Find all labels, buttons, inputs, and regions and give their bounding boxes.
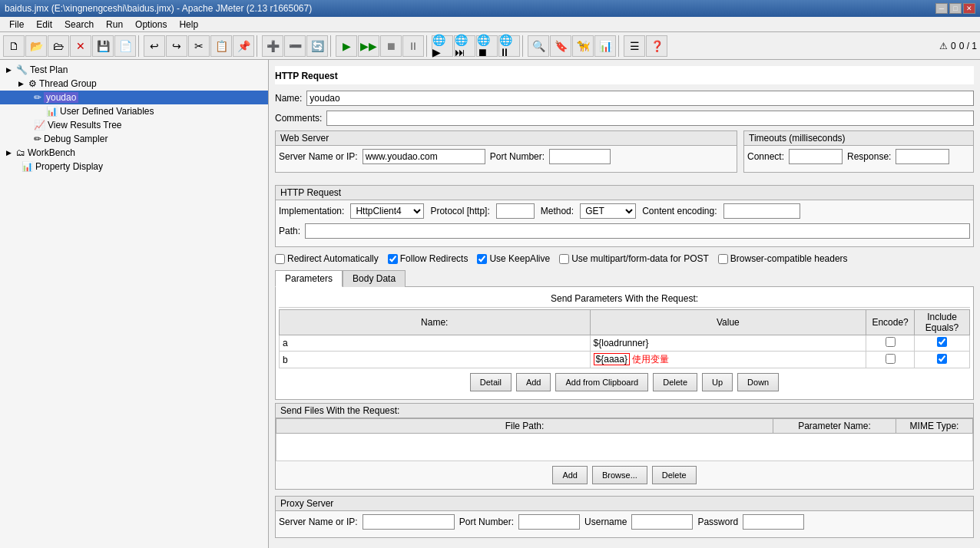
tb-expand[interactable]: ➕ — [262, 35, 283, 57]
tree-item-thread-group[interactable]: ▶ ⚙ Thread Group — [0, 77, 268, 91]
menu-bar: File Edit Search Run Options Help — [0, 17, 980, 32]
checkboxes-row: Redirect Automatically Follow Redirects … — [275, 253, 974, 264]
tb-list[interactable]: ☰ — [624, 35, 645, 57]
tb-run2[interactable]: ▶▶ — [358, 35, 379, 57]
row2-include-cb[interactable] — [937, 354, 947, 364]
annotation-text: 使用变量 — [632, 354, 669, 365]
tree-item-test-plan[interactable]: ▶ 🔧 Test Plan — [0, 63, 268, 77]
name-row: Name: — [275, 91, 974, 106]
tree-item-user-defined[interactable]: 📊 User Defined Variables — [0, 104, 268, 118]
tb-stop2[interactable]: ⏹ — [380, 35, 402, 57]
tab-content-parameters: Send Parameters With the Request: Name: … — [275, 286, 974, 400]
up-button[interactable]: Up — [702, 373, 733, 391]
files-delete-button[interactable]: Delete — [652, 466, 697, 484]
tb-open[interactable]: 📂 — [25, 35, 47, 57]
redirect-auto-checkbox[interactable] — [275, 254, 285, 264]
tb-help1[interactable]: 🔍 — [528, 35, 549, 57]
menu-help[interactable]: Help — [173, 17, 204, 31]
tb-remote-start2[interactable]: 🌐⏭ — [454, 35, 475, 57]
response-input[interactable] — [896, 149, 949, 164]
tb-toggle[interactable]: 🔄 — [306, 35, 328, 57]
tree-item-debug-sampler[interactable]: ✏ Debug Sampler — [0, 132, 268, 146]
proxy-password-input[interactable] — [743, 514, 804, 530]
proxy-port-input[interactable] — [518, 514, 580, 530]
tb-tree[interactable]: 📊 — [594, 35, 616, 57]
port-input[interactable] — [549, 149, 611, 164]
tb-new[interactable]: 🗋 — [3, 35, 25, 57]
menu-options[interactable]: Options — [129, 17, 173, 31]
name-input[interactable] — [306, 91, 974, 106]
follow-redirects-checkbox-label[interactable]: Follow Redirects — [388, 253, 468, 264]
workbench-icon: 🗂 — [16, 147, 25, 158]
menu-search[interactable]: Search — [58, 17, 100, 31]
tb-close[interactable]: 🗁 — [48, 35, 69, 57]
tb-save[interactable]: 💾 — [92, 35, 114, 57]
tb-stop3[interactable]: ⏸ — [402, 35, 424, 57]
multipart-checkbox-label[interactable]: Use multipart/form-data for POST — [559, 253, 709, 264]
maximize-button[interactable]: □ — [949, 3, 962, 14]
connect-input[interactable] — [789, 149, 843, 164]
menu-edit[interactable]: Edit — [30, 17, 58, 31]
delete-button[interactable]: Delete — [653, 373, 697, 391]
tb-remote-start[interactable]: 🌐▶ — [432, 35, 453, 57]
tb-stop[interactable]: ✕ — [70, 35, 91, 57]
tab-body-data[interactable]: Body Data — [343, 270, 406, 287]
browser-headers-checkbox-label[interactable]: Browser-compatible headers — [718, 253, 848, 264]
menu-run[interactable]: Run — [100, 17, 129, 31]
proxy-body: Server Name or IP: Port Number: Username… — [276, 511, 973, 537]
detail-button[interactable]: Detail — [470, 373, 512, 391]
browser-headers-checkbox[interactable] — [718, 254, 728, 264]
row1-include-cb[interactable] — [937, 337, 947, 347]
down-button[interactable]: Down — [737, 373, 779, 391]
encoding-input[interactable] — [723, 203, 800, 219]
add-button[interactable]: Add — [516, 373, 551, 391]
col-name: Name: — [280, 310, 591, 335]
col-filepath: File Path: — [276, 419, 773, 434]
server-input[interactable] — [363, 149, 485, 164]
proto-input[interactable] — [496, 203, 535, 219]
redirect-auto-checkbox-label[interactable]: Redirect Automatically — [275, 253, 379, 264]
files-add-button[interactable]: Add — [552, 466, 588, 484]
tb-help-q[interactable]: ❓ — [646, 35, 667, 57]
tb-cut[interactable]: ✂ — [188, 35, 210, 57]
tb-help2[interactable]: 🔖 — [550, 35, 571, 57]
tree-item-view-results[interactable]: 📈 View Results Tree — [0, 118, 268, 132]
keepalive-checkbox[interactable] — [477, 254, 487, 264]
comments-input[interactable] — [326, 111, 974, 126]
proxy-username-input[interactable] — [631, 514, 693, 530]
tb-undo[interactable]: ↩ — [144, 35, 165, 57]
multipart-checkbox[interactable] — [559, 254, 569, 264]
row1-encode-cb[interactable] — [886, 337, 896, 347]
close-button[interactable]: ✕ — [963, 3, 975, 14]
minimize-button[interactable]: ─ — [935, 3, 948, 14]
menu-file[interactable]: File — [3, 17, 30, 31]
tree-item-youdao[interactable]: ✏ youdao — [0, 91, 268, 104]
tb-help3[interactable]: 🦮 — [572, 35, 594, 57]
tree-item-property-display[interactable]: 📊 Property Display — [0, 160, 268, 173]
keepalive-checkbox-label[interactable]: Use KeepAlive — [477, 253, 550, 264]
impl-select[interactable]: HttpClient4 HttpClient3.1 Java — [350, 203, 424, 219]
tb-save2[interactable]: 📄 — [114, 35, 136, 57]
row2-encode-cb[interactable] — [886, 354, 896, 364]
tab-parameters[interactable]: Parameters — [275, 270, 343, 287]
tb-run[interactable]: ▶ — [336, 35, 357, 57]
send-params-title: Send Parameters With the Request: — [279, 290, 970, 308]
tb-remote-stop2[interactable]: 🌐⏸ — [498, 35, 520, 57]
tb-copy[interactable]: 📋 — [210, 35, 232, 57]
tb-remote-stop[interactable]: 🌐⏹ — [476, 35, 498, 57]
toolbar-sep5 — [522, 35, 525, 57]
tb-collapse[interactable]: ➖ — [284, 35, 306, 57]
files-browse-button[interactable]: Browse... — [592, 466, 647, 484]
window-controls: ─ □ ✕ — [935, 3, 975, 14]
method-select[interactable]: GET POST PUT DELETE — [580, 203, 636, 219]
param-btn-row: Detail Add Add from Clipboard Delete Up … — [279, 368, 970, 396]
add-from-clipboard-button[interactable]: Add from Clipboard — [555, 373, 648, 391]
tb-redo[interactable]: ↪ — [166, 35, 187, 57]
proxy-username-label: Username — [584, 517, 627, 527]
tb-paste[interactable]: 📌 — [233, 35, 254, 57]
tabs-bar: Parameters Body Data — [275, 270, 974, 287]
tree-item-workbench[interactable]: ▶ 🗂 WorkBench — [0, 146, 268, 160]
proxy-server-input[interactable] — [363, 514, 455, 530]
path-input[interactable] — [305, 223, 970, 239]
follow-redirects-checkbox[interactable] — [388, 254, 398, 264]
